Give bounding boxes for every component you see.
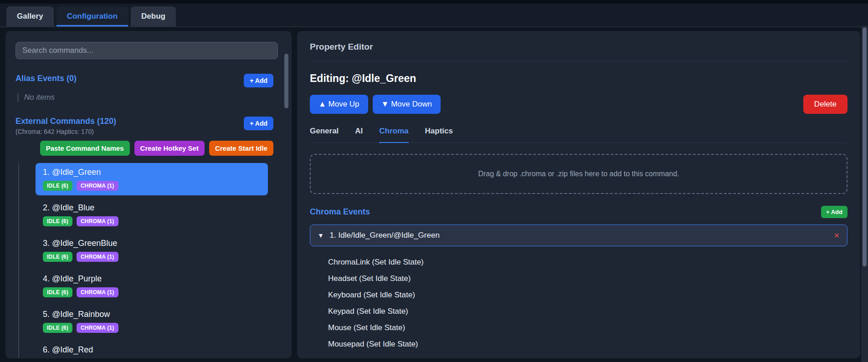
command-title: 4. @Idle_Purple xyxy=(43,274,261,284)
window-scrollbar[interactable] xyxy=(861,25,868,362)
chroma-badge: CHROMA (1) xyxy=(77,252,118,262)
paste-command-names-button[interactable]: Paste Command Names xyxy=(40,141,130,156)
create-hotkey-set-button[interactable]: Create Hotkey Set xyxy=(134,141,205,156)
device-list-item[interactable]: Keyboard (Set Idle State) xyxy=(328,288,847,305)
command-title: 3. @Idle_GreenBlue xyxy=(43,239,261,248)
device-list-item[interactable]: Headset (Set Idle State) xyxy=(328,272,847,288)
alias-events-header: Alias Events (0) + Add xyxy=(15,74,280,87)
command-list-item[interactable]: 6. @Idle_Red IDLE (6) CHROMA (1) xyxy=(36,341,268,358)
tab-chroma[interactable]: Chroma xyxy=(379,127,408,143)
command-title: 1. @Idle_Green xyxy=(43,168,261,177)
create-start-idle-button[interactable]: Create Start Idle xyxy=(209,141,273,156)
window-top-strip xyxy=(0,0,868,4)
alias-empty-text: No items xyxy=(17,93,280,102)
left-panel-scrollbar-thumb[interactable] xyxy=(284,54,288,108)
alias-add-button[interactable]: + Add xyxy=(244,74,273,87)
chroma-events-header: Chroma Events + Add xyxy=(310,206,847,218)
idle-badge: IDLE (6) xyxy=(43,252,72,262)
property-editor-title: Property Editor xyxy=(310,42,847,61)
search-input[interactable] xyxy=(15,42,278,59)
chroma-badge: CHROMA (1) xyxy=(77,216,118,226)
device-list-item[interactable]: ChromaLink (Set Idle State) xyxy=(328,255,847,272)
tab-general[interactable]: General xyxy=(310,127,339,143)
chroma-file-dropzone[interactable]: Drag & drop .chroma or .zip files here t… xyxy=(310,154,847,194)
main-tab-bar: Gallery Configuration Debug xyxy=(0,4,868,27)
tab-configuration[interactable]: Configuration xyxy=(56,6,128,26)
chroma-badge: CHROMA (1) xyxy=(77,181,118,191)
command-list-item[interactable]: 2. @Idle_Blue IDLE (6) CHROMA (1) xyxy=(36,199,268,231)
chroma-badge: CHROMA (1) xyxy=(77,287,118,297)
tab-haptics[interactable]: Haptics xyxy=(425,127,453,143)
idle-badge: IDLE (6) xyxy=(43,216,72,226)
device-list-item[interactable]: Mouse (Set Idle State) xyxy=(328,321,847,337)
command-list-item[interactable]: 1. @Idle_Green IDLE (6) CHROMA (1) xyxy=(36,163,268,195)
command-list-item[interactable]: 4. @Idle_Purple IDLE (6) CHROMA (1) xyxy=(36,270,268,302)
command-list-item[interactable]: 3. @Idle_GreenBlue IDLE (6) CHROMA (1) xyxy=(36,234,268,266)
device-list: ChromaLink (Set Idle State) Headset (Set… xyxy=(328,255,847,354)
device-list-item[interactable]: Keypad (Set Idle State) xyxy=(328,305,847,321)
idle-badge: IDLE (6) xyxy=(43,287,72,297)
property-editor-panel: Property Editor Editing: @Idle_Green ▲ M… xyxy=(297,31,860,358)
delete-button[interactable]: Delete xyxy=(803,95,847,114)
external-add-button[interactable]: + Add xyxy=(244,117,273,130)
command-browser-panel: Alias Events (0) + Add No items External… xyxy=(5,31,292,358)
external-commands-subtitle: (Chroma: 642 Haptics: 170) xyxy=(15,128,116,135)
remove-event-icon[interactable]: ✕ xyxy=(834,231,840,240)
move-up-button[interactable]: ▲ Move Up xyxy=(310,95,368,114)
tab-gallery[interactable]: Gallery xyxy=(6,6,54,26)
editor-tab-bar: General AI Chroma Haptics xyxy=(310,127,847,143)
alias-events-title: Alias Events (0) xyxy=(15,74,77,83)
chroma-badge: CHROMA (1) xyxy=(77,323,118,333)
idle-badge: IDLE (6) xyxy=(43,181,72,191)
tab-debug[interactable]: Debug xyxy=(131,6,176,26)
collapse-caret-icon[interactable]: ▼ xyxy=(318,232,324,239)
command-action-buttons: Paste Command Names Create Hotkey Set Cr… xyxy=(15,141,273,156)
external-commands-title: External Commands (120) xyxy=(15,117,116,126)
device-list-item[interactable]: Mousepad (Set Idle State) xyxy=(328,337,847,354)
command-list-item[interactable]: 5. @Idle_Rainbow IDLE (6) CHROMA (1) xyxy=(36,305,268,337)
dropzone-text: Drag & drop .chroma or .zip files here t… xyxy=(478,170,679,178)
command-title: 2. @Idle_Blue xyxy=(43,203,261,213)
move-down-button[interactable]: ▼ Move Down xyxy=(373,95,441,114)
chroma-events-title: Chroma Events xyxy=(310,207,370,217)
command-title: 5. @Idle_Rainbow xyxy=(43,310,261,319)
window-scrollbar-thumb[interactable] xyxy=(863,27,867,266)
editor-button-row: ▲ Move Up ▼ Move Down Delete xyxy=(310,95,847,114)
main-content: Alias Events (0) + Add No items External… xyxy=(5,31,863,358)
tab-ai[interactable]: AI xyxy=(355,127,363,143)
idle-badge: IDLE (6) xyxy=(43,323,72,333)
external-commands-header: External Commands (120) (Chroma: 642 Hap… xyxy=(15,117,280,135)
chroma-event-label: 1. Idle/Idle_Green/@Idle_Green xyxy=(330,231,440,240)
chroma-event-row[interactable]: ▼ 1. Idle/Idle_Green/@Idle_Green ✕ xyxy=(310,224,847,246)
chroma-events-add-button[interactable]: + Add xyxy=(821,206,847,218)
command-list: 1. @Idle_Green IDLE (6) CHROMA (1) 2. @I… xyxy=(18,163,268,358)
command-title: 6. @Idle_Red xyxy=(43,345,261,355)
editing-label: Editing: @Idle_Green xyxy=(310,72,847,85)
